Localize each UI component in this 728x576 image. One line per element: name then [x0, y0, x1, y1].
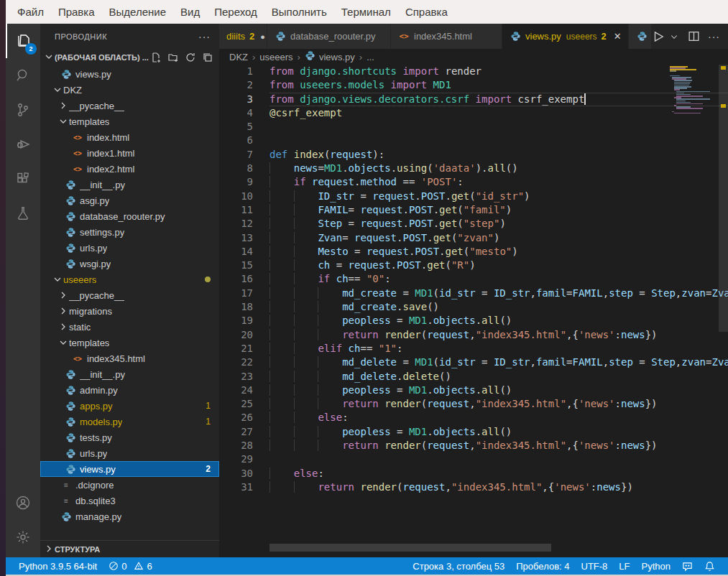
code-line[interactable]: 2from useeers.models import MD1	[219, 78, 728, 92]
tree-item-__pycache__[interactable]: __pycache__	[40, 98, 219, 113]
tree-item-views.py[interactable]: views.py2	[40, 461, 219, 477]
tree-item-urls.py[interactable]: urls.py	[40, 240, 219, 256]
tree-item-.dcignore[interactable]: ≡.dcignore	[40, 477, 219, 493]
extensions-icon[interactable]	[6, 162, 40, 196]
python-interpreter-item[interactable]: Python 3.9.5 64-bit	[13, 557, 103, 575]
search-icon[interactable]	[6, 58, 40, 93]
horizontal-scrollbar[interactable]	[269, 544, 551, 552]
menu-item-4[interactable]: Вид	[173, 0, 207, 24]
tree-item-wsgi.py[interactable]: wsgi.py	[40, 256, 219, 271]
run-debug-icon[interactable]	[6, 127, 40, 162]
tree-item-DKZ[interactable]: DKZ	[40, 82, 219, 98]
code-line[interactable]: 23 md_delete.delete()	[219, 370, 728, 384]
code-line[interactable]: 29	[219, 452, 728, 466]
tab-views.py[interactable]: views.pyuseeers2✕	[502, 24, 629, 49]
tree-item-templates[interactable]: templates	[40, 335, 219, 350]
tree-item-index.html[interactable]: <>index.html	[40, 129, 219, 145]
tree-item-templates[interactable]: templates	[40, 113, 219, 129]
eol-item[interactable]: LF	[613, 557, 635, 575]
feedback-icon[interactable]	[676, 557, 699, 575]
tree-item-index1.html[interactable]: <>index1.html	[40, 145, 219, 161]
code-line[interactable]: 6	[219, 134, 728, 147]
tab-diiits[interactable]: diiits2●	[219, 24, 267, 49]
refresh-icon[interactable]	[185, 52, 196, 63]
testing-icon[interactable]	[6, 196, 40, 231]
tree-item-__init__.py[interactable]: __init__.py	[40, 177, 219, 192]
tree-item-views.py[interactable]: views.py	[40, 66, 219, 82]
code-line[interactable]: 13 Zvan= request.POST.get("zvan")	[219, 231, 728, 245]
new-folder-icon[interactable]	[167, 52, 179, 63]
sidebar-more-icon[interactable]: ···	[198, 31, 211, 42]
menu-item-1[interactable]: Файл	[10, 0, 51, 24]
breadcrumb-item-DKZ[interactable]: DKZ	[229, 52, 248, 62]
code-line[interactable]: 28 return render(request,"index345.html"…	[219, 439, 728, 452]
language-mode-item[interactable]: Python	[636, 557, 676, 575]
tree-item-models.py[interactable]: models.py1	[40, 414, 219, 429]
run-python-file-icon[interactable]	[652, 30, 665, 43]
encoding-item[interactable]: UTF-8	[576, 557, 614, 575]
new-file-icon[interactable]	[150, 52, 162, 63]
minimap[interactable]	[670, 66, 719, 152]
problems-item[interactable]: 0 6	[103, 557, 157, 575]
code-line[interactable]: 30 else:	[219, 467, 728, 480]
menu-item-7[interactable]: Терминал	[334, 0, 398, 24]
code-line[interactable]: 8 news=MD1.objects.using('daata').all()	[219, 162, 728, 175]
tree-item-urls.py[interactable]: urls.py	[40, 445, 219, 461]
tree-item-static[interactable]: static	[40, 319, 219, 335]
tab-close-icon[interactable]: ✕	[614, 31, 622, 42]
menu-item-5[interactable]: Переход	[207, 0, 264, 24]
code-line[interactable]: 26 else:	[219, 411, 728, 424]
tree-item-useeers[interactable]: useeers	[40, 271, 219, 287]
tab-database_roouter.py[interactable]: database_roouter.py	[267, 24, 391, 49]
code-line[interactable]: 5	[219, 120, 728, 134]
code-line[interactable]: 7def index(request):	[219, 148, 728, 162]
code-line[interactable]: 15 ch = request.POST.get("R")	[219, 259, 728, 272]
settings-gear-icon[interactable]	[6, 520, 40, 554]
code-line[interactable]: 9 if request.method == 'POST':	[219, 175, 728, 189]
code-line[interactable]: 19 peopless = MD1.objects.all()	[219, 314, 728, 328]
code-line[interactable]: 3from django.views.decorators.csrf impor…	[219, 93, 728, 106]
code-line[interactable]: 14 Mesto = request.POST.get("mesto")	[219, 245, 728, 259]
code-line[interactable]: 27 peopless = MD1.objects.all()	[219, 425, 728, 439]
explorer-icon[interactable]: 2	[6, 24, 40, 58]
code-line[interactable]: 4@csrf_exempt	[219, 106, 728, 120]
tree-item-__pycache__[interactable]: __pycache__	[40, 287, 219, 303]
tree-item-tests.py[interactable]: tests.py	[40, 429, 219, 445]
tree-item-migrations[interactable]: migrations	[40, 303, 219, 319]
tree-item-admin.py[interactable]: admin.py	[40, 382, 219, 398]
outline-section-header[interactable]: СТРУКТУРА	[40, 540, 219, 557]
tab-vie[interactable]: vie	[629, 24, 652, 49]
split-editor-icon[interactable]	[688, 30, 700, 42]
breadcrumb-item-views.py[interactable]: views.py	[319, 52, 355, 62]
breadcrumb-item-useeers[interactable]: useeers	[259, 52, 292, 62]
code-editor[interactable]: 1from django.shortcuts import render2fro…	[219, 65, 728, 557]
collapse-all-icon[interactable]	[202, 52, 213, 63]
code-line[interactable]: 31 return render(request,"index345.html"…	[219, 480, 728, 494]
tree-item-db.sqlite3[interactable]: ≡db.sqlite3	[40, 493, 219, 508]
menu-item-8[interactable]: Справка	[398, 0, 455, 24]
code-line[interactable]: 17 md_create = MD1(id_str = ID_str,famil…	[219, 287, 728, 300]
code-line[interactable]: 12 Step = request.POST.get("step")	[219, 217, 728, 231]
code-line[interactable]: 20 return render(request,"index345.html"…	[219, 328, 728, 342]
breadcrumb[interactable]: DKZ›useeers› views.py›...	[219, 49, 728, 65]
tree-item-asgi.py[interactable]: asgi.py	[40, 192, 219, 208]
code-line[interactable]: 1from django.shortcuts import render	[219, 65, 728, 78]
source-control-icon[interactable]	[6, 93, 40, 127]
menu-item-2[interactable]: Правка	[51, 0, 102, 24]
code-line[interactable]: 16 if ch== "0":	[219, 272, 728, 286]
code-line[interactable]: 11 FAMIL= request.POST.get("famil")	[219, 203, 728, 217]
code-line[interactable]: 10 ID_str = request.POST.get("id_str")	[219, 190, 728, 203]
tree-item-index345.html[interactable]: <>index345.html	[40, 350, 219, 366]
code-line[interactable]: 22 md_delete = MD1(id_str = ID_str,famil…	[219, 356, 728, 369]
code-line[interactable]: 18 md_create.save()	[219, 300, 728, 314]
code-line[interactable]: 21 elif ch== "1":	[219, 342, 728, 356]
menu-item-6[interactable]: Выполнить	[264, 0, 334, 24]
tree-item-index2.html[interactable]: <>index2.html	[40, 161, 219, 177]
tree-item-settings.py[interactable]: settings.py	[40, 224, 219, 240]
code-line[interactable]: 24 peopless = MD1.objects.all()	[219, 384, 728, 397]
run-dropdown-icon[interactable]	[670, 32, 678, 41]
notifications-bell-icon[interactable]	[699, 557, 721, 575]
code-line[interactable]: 25 return render(request,"index345.html"…	[219, 397, 728, 411]
tree-item-manage.py[interactable]: manage.py	[40, 508, 219, 524]
tree-item-database_roouter.py[interactable]: database_roouter.py	[40, 208, 219, 224]
